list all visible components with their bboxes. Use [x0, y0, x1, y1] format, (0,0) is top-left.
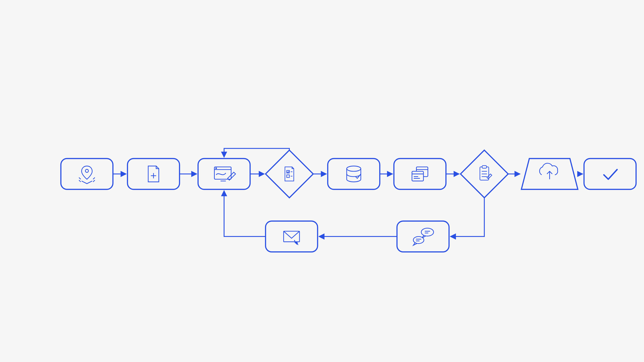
edge-review1-design-loop	[224, 148, 289, 157]
svg-point-41	[413, 236, 424, 243]
flowchart-svg	[0, 0, 644, 362]
svg-rect-9	[198, 159, 250, 189]
svg-rect-36	[584, 159, 636, 189]
node-done	[584, 159, 636, 189]
svg-rect-44	[266, 221, 318, 252]
node-create	[128, 159, 180, 189]
edge-review2-feedback	[450, 198, 484, 236]
svg-rect-0	[61, 159, 113, 189]
flowchart-canvas	[0, 0, 644, 362]
node-feedback	[397, 221, 449, 252]
svg-rect-30	[482, 166, 486, 168]
node-store	[328, 159, 380, 189]
node-deploy	[522, 159, 578, 189]
svg-marker-14	[266, 150, 313, 198]
node-start	[61, 159, 113, 189]
node-docs	[394, 159, 446, 189]
svg-rect-19	[328, 159, 380, 189]
svg-point-12	[216, 168, 217, 169]
node-design	[198, 159, 250, 189]
node-notify	[266, 221, 318, 252]
node-review1	[266, 150, 313, 198]
edge-notify-design	[224, 191, 266, 236]
svg-rect-24	[412, 171, 424, 181]
node-review2	[460, 150, 508, 198]
